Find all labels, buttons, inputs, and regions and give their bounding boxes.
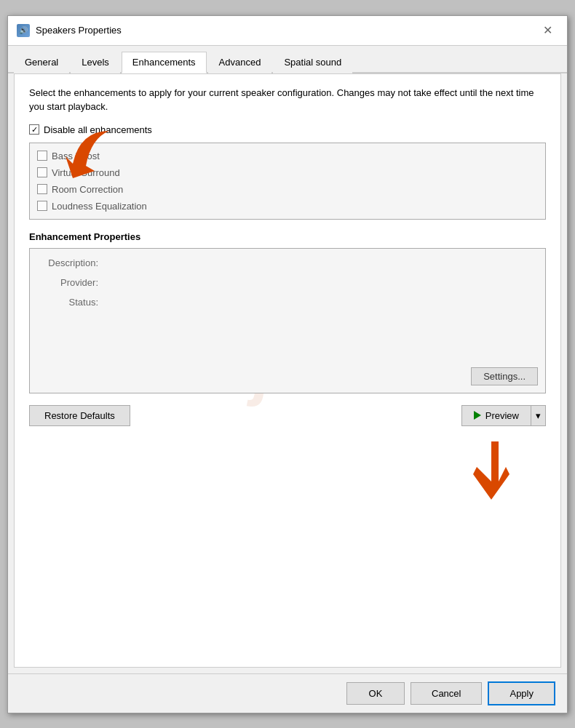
preview-label: Preview <box>485 410 519 421</box>
room-correction-checkbox[interactable] <box>37 184 47 194</box>
list-item[interactable]: Bass Boost <box>30 148 545 164</box>
preview-dropdown-button[interactable]: ▾ <box>531 405 546 426</box>
dialog-title: Speakers Properties <box>36 25 536 36</box>
play-icon <box>474 411 481 420</box>
tab-levels[interactable]: Levels <box>71 52 120 73</box>
loudness-equalization-checkbox[interactable] <box>37 201 47 211</box>
description-row: Description: <box>39 257 536 268</box>
cancel-button[interactable]: Cancel <box>411 682 482 705</box>
arrow-annotation-apply <box>466 441 517 507</box>
virtual-surround-checkbox[interactable] <box>37 167 47 177</box>
list-item[interactable]: Room Correction <box>30 181 545 198</box>
speakers-properties-dialog: 🔊 Speakers Properties ✕ General Levels E… <box>7 15 568 713</box>
properties-box: Description: Provider: Status: Settings.… <box>29 248 546 393</box>
preview-button[interactable]: Preview <box>461 405 531 426</box>
description-text: Select the enhancements to apply for you… <box>29 86 546 114</box>
loudness-equalization-label: Loudness Equalization <box>52 201 147 212</box>
tab-enhancements[interactable]: Enhancements <box>122 52 207 73</box>
tab-spatial-sound[interactable]: Spatial sound <box>273 52 352 73</box>
settings-button[interactable]: Settings... <box>471 367 538 385</box>
list-item[interactable]: Loudness Equalization <box>30 198 545 215</box>
ok-button[interactable]: OK <box>346 682 405 705</box>
description-label: Description: <box>39 257 104 268</box>
disable-all-row: Disable all enhancements <box>29 124 546 135</box>
restore-defaults-button[interactable]: Restore Defaults <box>29 405 130 426</box>
room-correction-label: Room Correction <box>52 184 123 195</box>
properties-section-title: Enhancement Properties <box>29 231 546 242</box>
bass-boost-label: Bass Boost <box>52 151 100 161</box>
disable-all-label[interactable]: Disable all enhancements <box>44 124 152 135</box>
bass-boost-checkbox[interactable] <box>37 151 47 161</box>
action-row: Restore Defaults Preview ▾ <box>29 405 546 426</box>
virtual-surround-label: Virtual Surround <box>52 167 120 178</box>
tab-general[interactable]: General <box>14 52 69 73</box>
enhancements-list: Bass Boost Virtual Surround Room Correct… <box>29 143 546 220</box>
tab-advanced[interactable]: Advanced <box>208 52 272 73</box>
status-row: Status: <box>39 297 536 308</box>
tab-bar: General Levels Enhancements Advanced Spa… <box>8 46 567 73</box>
bottom-bar: OK Cancel Apply <box>8 673 567 713</box>
list-item[interactable]: Virtual Surround <box>30 164 545 181</box>
dialog-icon: 🔊 <box>17 24 30 37</box>
title-bar: 🔊 Speakers Properties ✕ <box>8 16 567 46</box>
provider-label: Provider: <box>39 277 104 288</box>
disable-all-checkbox[interactable] <box>29 124 39 135</box>
preview-group: Preview ▾ <box>461 405 546 426</box>
apply-button[interactable]: Apply <box>488 681 555 705</box>
provider-row: Provider: <box>39 277 536 288</box>
status-label: Status: <box>39 297 104 308</box>
main-content: jtc Select the enhancements to apply for… <box>14 73 561 668</box>
close-button[interactable]: ✕ <box>536 22 558 39</box>
